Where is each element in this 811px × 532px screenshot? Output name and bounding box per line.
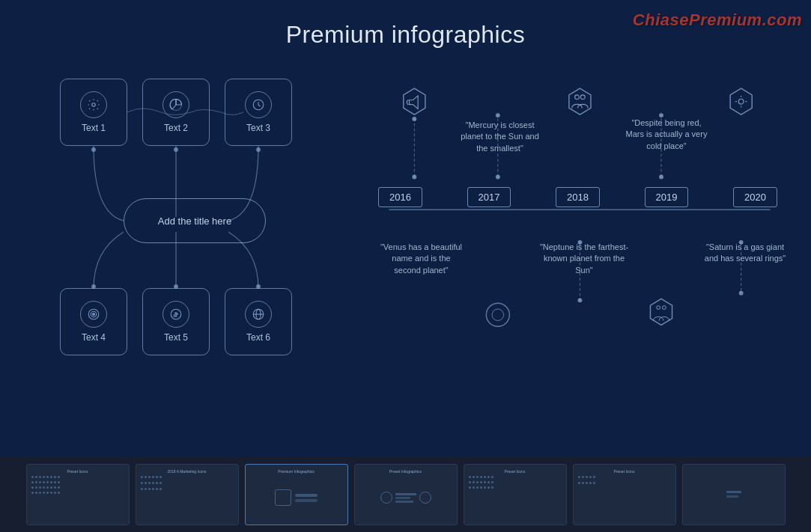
thumb-1-title: Preset Icons xyxy=(31,469,124,474)
target-icon xyxy=(80,301,107,328)
thumb-4-title: Preset Infographics xyxy=(359,469,452,474)
slide-title: Premium infographics xyxy=(286,21,525,49)
mindmap-box-3: Text 3 xyxy=(225,79,292,146)
box5-label: Text 5 xyxy=(164,332,188,343)
box4-label: Text 4 xyxy=(82,332,106,343)
timeline-section: 2016 2017 2018 2019 2020 "Mercury is clo… xyxy=(374,64,781,441)
clock-icon xyxy=(245,91,272,118)
svg-point-1 xyxy=(174,147,178,152)
mindmap-box-4: Text 4 xyxy=(60,288,127,355)
svg-point-11 xyxy=(93,314,95,316)
mindmap-box-5: Text 5 xyxy=(142,288,210,355)
timeline-text-2019-above: "Despite being red, Mars is actually a v… xyxy=(622,117,711,152)
coin-icon xyxy=(162,301,189,328)
center-oval: Add the title here xyxy=(124,198,266,243)
timeline-text-2018-below: "Neptune is the farthest-known planet fr… xyxy=(539,242,629,276)
thumbnails-bar: Preset Icons xyxy=(0,456,811,532)
timeline-texts: "Mercury is closest planet to the Sun an… xyxy=(374,71,781,355)
box3-label: Text 3 xyxy=(246,123,270,133)
svg-point-2 xyxy=(256,147,261,152)
pie-icon xyxy=(162,91,189,118)
thumb-5-title: Preset Icons xyxy=(469,469,562,474)
mindmap-box-6: Text 6 xyxy=(225,288,292,355)
globe-icon xyxy=(245,301,272,328)
mindmap-box-2: Text 2 xyxy=(142,79,210,146)
slide-content: Text 1 Text 2 Text 3 Add the title xyxy=(0,56,811,456)
box1-label: Text 1 xyxy=(82,123,106,133)
thumbnail-6[interactable]: Preset Icons xyxy=(573,464,676,525)
thumb-3-title: Premium Infographics xyxy=(250,469,343,474)
timeline-container: 2016 2017 2018 2019 2020 "Mercury is clo… xyxy=(374,71,781,355)
thumbnail-1[interactable]: Preset Icons xyxy=(26,464,130,525)
thumbnail-4[interactable]: Preset Infographics xyxy=(354,464,458,525)
thumb-6-title: Preset Icons xyxy=(578,469,671,474)
thumbnail-7[interactable] xyxy=(682,464,786,525)
box2-label: Text 2 xyxy=(164,123,188,133)
box6-label: Text 6 xyxy=(246,332,270,343)
thumbnail-3[interactable]: Premium Infographics xyxy=(245,464,348,525)
timeline-text-2017-above: "Mercury is closest planet to the Sun an… xyxy=(457,120,543,154)
svg-point-6 xyxy=(92,103,96,107)
svg-point-0 xyxy=(91,147,96,152)
mindmap-section: Text 1 Text 2 Text 3 Add the title xyxy=(45,64,359,441)
thumbnail-2[interactable]: 2018 A Marketing Icons xyxy=(136,464,239,525)
thumb-2-title: 2018 A Marketing Icons xyxy=(141,469,234,474)
timeline-text-2020-below: "Saturn is a gas giant and has several r… xyxy=(704,242,786,265)
mindmap-container: Text 1 Text 2 Text 3 Add the title xyxy=(45,71,344,370)
watermark: ChiasePremium.com xyxy=(633,10,802,30)
thumbnail-5[interactable]: Preset Icons xyxy=(464,464,567,525)
main-slide: ChiasePremium.com Premium infographics xyxy=(0,0,811,456)
gear-icon xyxy=(80,91,107,118)
center-label: Add the title here xyxy=(158,215,231,227)
timeline-text-2016-below: "Venus has a beautiful name and is the s… xyxy=(378,242,464,276)
mindmap-box-1: Text 1 xyxy=(60,79,127,146)
